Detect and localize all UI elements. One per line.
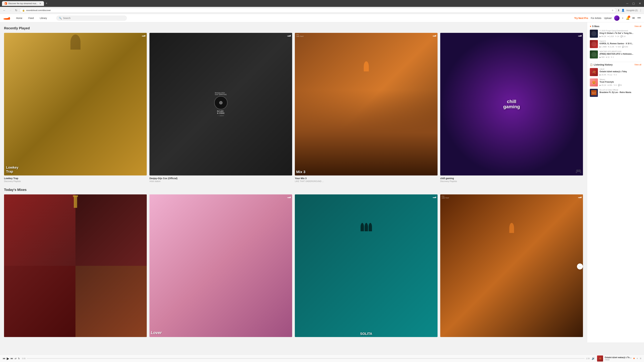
- card-chill-subtitle: Discovery Playlists: [440, 180, 583, 183]
- star-icon[interactable]: ☆: [612, 9, 614, 11]
- nav-feed[interactable]: Feed: [26, 15, 36, 21]
- app-header: Home Feed Library 🔍 Try Next Pro For Art…: [0, 14, 644, 22]
- sidebar-track-nektar[interactable]: NEKTAR.UFO.BEATS.816 (FREE) NEKTAR.UFO! …: [590, 50, 641, 58]
- main-nav: Home Feed Library: [14, 15, 50, 21]
- mikoll-likes-stat: ♥ 112: [608, 74, 612, 76]
- maximize-button[interactable]: ▢: [631, 1, 636, 5]
- player-track-artist: mikoll: [605, 359, 632, 361]
- player-volume-icon[interactable]: 🔊: [592, 357, 595, 360]
- sidebar-track-king[interactable]: © 2020 Purge Gang Entertainment King K G…: [590, 30, 641, 38]
- nektar-track-title: (FREE) NEKTAR.UFO! x Hollowee...: [600, 53, 641, 55]
- next-mixes-button[interactable]: ›: [577, 264, 583, 270]
- bookmark-icon[interactable]: ⬇: [618, 9, 620, 12]
- player-shuffle-button[interactable]: ⇄: [14, 357, 16, 360]
- lock-icon: 🔒: [22, 9, 25, 11]
- player-track-title: Ostatni dzień wakacji z Tobą: [605, 356, 632, 359]
- url-input[interactable]: soundcloud.com/discover: [26, 9, 610, 11]
- likes-section-header: ♥ 5 likes View all: [590, 25, 641, 28]
- try-next-pro-button[interactable]: Try Next Pro: [574, 17, 588, 19]
- history-section-header: 📋 Listening history View all: [590, 63, 641, 66]
- nav-library[interactable]: Library: [37, 15, 50, 21]
- profile-icon[interactable]: 👤: [621, 9, 625, 12]
- player-add-queue-button[interactable]: +: [636, 357, 638, 360]
- upload-button[interactable]: Upload: [604, 17, 612, 19]
- wavey-emoji: 😍: [592, 81, 596, 84]
- player-play-button[interactable]: ▶: [7, 357, 9, 361]
- card-mix3-title: Your Mix 3: [295, 177, 438, 180]
- svg-point-23: [433, 36, 433, 36]
- mikoll-artist: mikoll: [600, 68, 641, 70]
- menu-icon[interactable]: ⋮: [639, 9, 642, 12]
- player-current-time: 0:00: [22, 358, 26, 360]
- player-prev-button[interactable]: ⏮: [3, 357, 5, 360]
- nektar-track-artist: NEKTAR.UFO.BEATS.816: [600, 50, 641, 52]
- header-actions: Try Next Pro For Artists Upload ▾ 🔔 1 ✉ …: [574, 15, 641, 21]
- tab-favicon: ▶: [5, 2, 7, 5]
- close-window-button[interactable]: ✕: [638, 1, 642, 5]
- card-today-mix4[interactable]: LTULIKE THAT: [440, 194, 583, 338]
- card-today-mix3[interactable]: SOLITA: [295, 194, 438, 338]
- king-reposts-stat: ↻ 14: [615, 35, 619, 37]
- lowkey-trap-text-line1: Lowkey: [6, 165, 18, 169]
- card-deejay-gijs[interactable]: Deejay-GijsCox (Official) DJ LEX& CISKE …: [150, 33, 292, 183]
- forward-button[interactable]: →: [8, 8, 13, 12]
- tab-close-button[interactable]: ✕: [39, 2, 41, 5]
- wavey-likes-stat: ♥ 281: [608, 84, 612, 86]
- player-progress-bar[interactable]: [27, 358, 585, 359]
- player-repeat-button[interactable]: ↻: [18, 357, 20, 360]
- browser-tabs: ▶ Discover the top streamed mus... ✕ +: [2, 1, 624, 6]
- soundcloud-app: Home Feed Library 🔍 Try Next Pro For Art…: [0, 14, 644, 362]
- sidebar-history-section: 📋 Listening history View all 🍂 mikoll Os…: [590, 63, 641, 97]
- url-bar[interactable]: 🔒 soundcloud.com/discover ☆: [20, 8, 616, 13]
- history-title: 📋 Listening history: [590, 63, 613, 66]
- search-input[interactable]: [63, 17, 124, 19]
- mikoll-track-info: mikoll Ostatni dzień wakacji z Tobą ▶ 20…: [600, 68, 641, 76]
- history-view-all[interactable]: View all: [634, 63, 641, 66]
- card-today-mix2[interactable]: Lover: [150, 194, 292, 338]
- today-mix4-thumb: LTULIKE THAT: [440, 194, 583, 337]
- mikoll-plays-stat: ▶ 20.4K: [600, 74, 606, 76]
- controller-icon: 🎮: [576, 168, 582, 174]
- karol-likes-stat: ♥ 21.5K: [608, 46, 614, 48]
- minimize-button[interactable]: ─: [626, 2, 629, 5]
- sidebar-history-track-wavey[interactable]: 😍 Wavey Trust Freestyle ▶ 29.1K ♥ 281 ↻ …: [590, 78, 641, 86]
- soundcloud-icon-deejay: [287, 34, 291, 37]
- new-tab-button[interactable]: +: [44, 1, 49, 6]
- search-bar[interactable]: 🔍: [56, 15, 127, 21]
- player-like-button[interactable]: ♥: [633, 357, 635, 360]
- more-options-icon[interactable]: •••: [638, 16, 641, 20]
- card-chill-gaming[interactable]: chillgaming 🎮 chill gaming Discovery Pla…: [440, 33, 583, 183]
- nektar-plays-stat: ▶ 569: [600, 56, 604, 58]
- sidebar-history-track-mikoll[interactable]: 🍂 mikoll Ostatni dzień wakacji z Tobą ▶ …: [590, 68, 641, 76]
- player-queue-button[interactable]: ≡: [640, 357, 641, 360]
- back-button[interactable]: ←: [2, 8, 7, 12]
- svg-point-41: [433, 197, 433, 198]
- sidebar-likes-section: ♥ 5 likes View all © 2020 Purge Gang Ent…: [590, 25, 641, 58]
- card-lowkey-trap[interactable]: Lowkey Trap Lowk: [4, 33, 147, 183]
- for-artists-link[interactable]: For Artists: [591, 17, 602, 19]
- mikoll-reposts-stat: ↻ 3: [614, 74, 617, 76]
- band-silhouettes: [295, 223, 438, 231]
- card-today-mix1[interactable]: [4, 194, 147, 338]
- nav-home[interactable]: Home: [14, 15, 25, 21]
- sidebar: ♥ 5 likes View all © 2020 Purge Gang Ent…: [587, 22, 644, 343]
- djlex-artist: Dj LeX & Ciske Official: [600, 89, 641, 91]
- sidebar-history-track-djlex[interactable]: DjLeX Dj LeX & Ciske Official Brasbère F…: [590, 89, 641, 97]
- todays-mixes-grid: Lover: [4, 194, 583, 338]
- reload-button[interactable]: ↻: [14, 8, 18, 12]
- sidebar-track-karol[interactable]: Karol G KAROL G, Romeo Santos - X SI V..…: [590, 40, 641, 48]
- soundcloud-icon-chill: [578, 34, 582, 37]
- notification-bell-icon[interactable]: 🔔 1: [626, 16, 630, 20]
- djlex-title: Brasbère Ft. Dj Lex - Retro Mania: [600, 91, 641, 94]
- card-deejay-title: Deejay-Gijs Cox (Official): [150, 177, 292, 180]
- avatar-dropdown-icon[interactable]: ▾: [622, 17, 623, 19]
- user-avatar[interactable]: [614, 15, 620, 21]
- browser-tab-active[interactable]: ▶ Discover the top streamed mus... ✕: [2, 1, 44, 6]
- wavey-title: Trust Freestyle: [600, 81, 641, 83]
- nektar-track-thumb: [590, 50, 598, 58]
- likes-view-all[interactable]: View all: [634, 25, 641, 27]
- player-next-button[interactable]: ⏭: [10, 357, 13, 360]
- messages-icon[interactable]: ✉: [632, 16, 635, 20]
- card-your-mix3[interactable]: LTULIKE THAT Mix 3 Your Mix 3 LIKE THAT …: [295, 33, 438, 183]
- soundcloud-logo[interactable]: [3, 15, 10, 21]
